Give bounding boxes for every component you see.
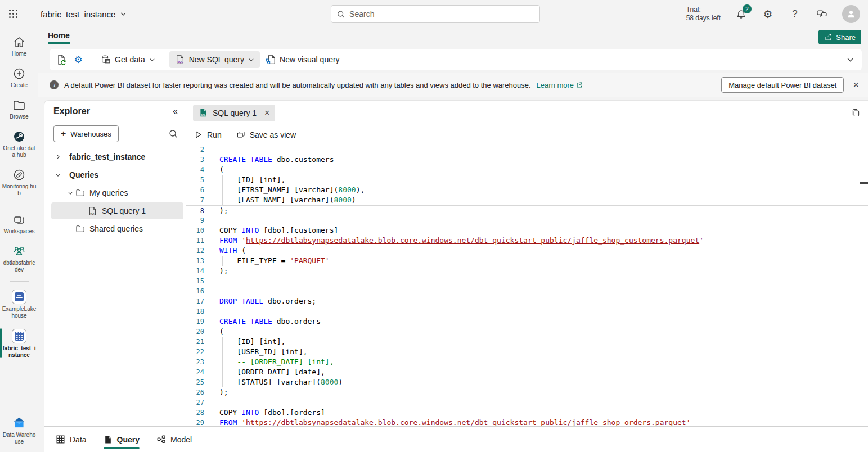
line-number[interactable]: 2 bbox=[186, 144, 211, 155]
code-line-6[interactable]: 6 [FIRST_NAME] [varchar](8000), bbox=[186, 185, 868, 195]
code-line-17[interactable]: 17DROP TABLE dbo.orders; bbox=[186, 296, 868, 306]
tab-model[interactable]: Model bbox=[156, 427, 192, 452]
close-banner-icon[interactable]: × bbox=[853, 80, 859, 90]
tree-item-shared-queries[interactable]: Shared queries bbox=[44, 220, 186, 238]
line-number[interactable]: 15 bbox=[186, 276, 211, 286]
search-input[interactable] bbox=[349, 10, 534, 19]
nav-item-examplelakehouse[interactable]: ExampleLakehouse bbox=[0, 287, 38, 322]
explorer-search-icon[interactable] bbox=[169, 129, 178, 138]
nav-item-browse[interactable]: Browse bbox=[0, 96, 38, 123]
line-number[interactable]: 3 bbox=[186, 155, 211, 165]
code-line-4[interactable]: 4( bbox=[186, 165, 868, 175]
nav-item-dbtlabsfabricdev[interactable]: dbtlabsfabricdev bbox=[0, 242, 38, 276]
tab-home[interactable]: Home bbox=[48, 31, 70, 44]
line-number[interactable]: 14 bbox=[186, 266, 211, 276]
line-number[interactable]: 25 bbox=[186, 377, 211, 387]
account-avatar[interactable] bbox=[842, 5, 860, 23]
nav-item-monitoring-hub[interactable]: Monitoring hub bbox=[0, 165, 38, 200]
new-visual-query-button[interactable]: New visual query bbox=[260, 51, 345, 68]
get-data-button[interactable]: Get data bbox=[95, 51, 161, 68]
line-number[interactable]: 20 bbox=[186, 327, 211, 337]
line-number[interactable]: 13 bbox=[186, 256, 211, 266]
code-line-9[interactable]: 9 bbox=[186, 215, 868, 225]
line-number[interactable]: 16 bbox=[186, 286, 211, 296]
close-tab-icon[interactable]: × bbox=[264, 109, 269, 117]
add-warehouses-button[interactable]: + Warehouses bbox=[53, 125, 119, 142]
code-line-7[interactable]: 7 [LAST_NAME] [varchar](8000) bbox=[186, 195, 868, 205]
query-tab[interactable]: SQL SQL query 1 × bbox=[193, 105, 275, 121]
line-number[interactable]: 24 bbox=[186, 367, 211, 377]
line-number[interactable]: 27 bbox=[186, 397, 211, 408]
code-line-14[interactable]: 14); bbox=[186, 266, 868, 276]
line-number[interactable]: 29 bbox=[186, 418, 211, 426]
feedback-button[interactable] bbox=[815, 7, 829, 21]
code-line-26[interactable]: 26); bbox=[186, 387, 868, 397]
code-line-19[interactable]: 19CREATE TABLE dbo.orders bbox=[186, 317, 868, 327]
save-as-view-button[interactable]: Save as view bbox=[236, 130, 296, 139]
code-line-20[interactable]: 20( bbox=[186, 327, 868, 337]
tab-query[interactable]: Query bbox=[104, 427, 140, 452]
nav-item-home[interactable]: Home bbox=[0, 33, 38, 60]
code-line-13[interactable]: 13 FILE_TYPE = 'PARQUET' bbox=[186, 256, 868, 266]
code-line-16[interactable]: 16 bbox=[186, 286, 868, 296]
line-number[interactable]: 11 bbox=[186, 236, 211, 246]
chevron-right-icon[interactable] bbox=[53, 152, 62, 161]
line-number[interactable]: 17 bbox=[186, 296, 211, 306]
nav-item-create[interactable]: Create bbox=[0, 64, 38, 92]
nav-item-workspaces[interactable]: Workspaces bbox=[0, 210, 38, 238]
line-number[interactable]: 4 bbox=[186, 165, 211, 175]
code-line-8[interactable]: 8); bbox=[186, 205, 868, 215]
line-number[interactable]: 10 bbox=[186, 225, 211, 236]
run-button[interactable]: Run bbox=[194, 130, 222, 139]
manage-dataset-button[interactable]: Manage default Power BI dataset bbox=[721, 77, 844, 93]
line-number[interactable]: 12 bbox=[186, 246, 211, 256]
tree-item-queries[interactable]: Queries bbox=[44, 166, 186, 184]
nav-item-fabric-test-instance[interactable]: fabric_test_instance bbox=[0, 326, 38, 361]
collapse-toolbar-button[interactable] bbox=[842, 51, 858, 68]
code-line-15[interactable]: 15 bbox=[186, 276, 868, 286]
collapse-explorer-icon[interactable]: « bbox=[173, 106, 178, 116]
code-line-21[interactable]: 21 [ID] [int], bbox=[186, 337, 868, 347]
line-number[interactable]: 18 bbox=[186, 306, 211, 317]
line-number[interactable]: 5 bbox=[186, 175, 211, 185]
line-number[interactable]: 7 bbox=[186, 195, 211, 205]
code-line-27[interactable]: 27 bbox=[186, 397, 868, 408]
settings-toolbar-button[interactable]: ⚙ bbox=[70, 51, 87, 68]
nav-item-data-warehouse[interactable]: Data Warehouse bbox=[0, 413, 38, 448]
code-line-2[interactable]: 2 bbox=[186, 144, 868, 155]
line-number[interactable]: 21 bbox=[186, 337, 211, 347]
line-number[interactable]: 9 bbox=[186, 215, 211, 225]
code-line-11[interactable]: 11FROM 'https://dbtlabsynapsedatalake.bl… bbox=[186, 236, 868, 246]
notifications-button[interactable]: 2 bbox=[734, 7, 748, 21]
code-line-28[interactable]: 28COPY INTO [dbo].[orders] bbox=[186, 408, 868, 418]
refresh-dataset-button[interactable] bbox=[53, 51, 70, 68]
chevron-down-icon[interactable] bbox=[66, 188, 75, 197]
search-box[interactable] bbox=[331, 5, 540, 23]
code-line-12[interactable]: 12WITH ( bbox=[186, 246, 868, 256]
workspace-switcher[interactable]: fabric_test_instance bbox=[41, 10, 127, 19]
tree-item-fabric-test-instance[interactable]: fabric_test_instance bbox=[44, 148, 186, 166]
code-line-3[interactable]: 3CREATE TABLE dbo.customers bbox=[186, 155, 868, 165]
chevron-down-icon[interactable] bbox=[53, 170, 62, 179]
tab-data[interactable]: Data bbox=[56, 427, 87, 452]
new-sql-query-button[interactable]: SQL New SQL query bbox=[169, 51, 260, 68]
sql-editor[interactable]: 23CREATE TABLE dbo.customers4(5 [ID] [in… bbox=[186, 144, 868, 426]
line-number[interactable]: 19 bbox=[186, 317, 211, 327]
code-line-23[interactable]: 23 -- [ORDER_DATE] [int], bbox=[186, 357, 868, 367]
learn-more-link[interactable]: Learn more bbox=[537, 81, 583, 89]
nav-item-onelake-data-hub[interactable]: OneLake data hub bbox=[0, 127, 38, 161]
app-launcher-icon[interactable] bbox=[0, 0, 27, 28]
share-button[interactable]: Share bbox=[818, 30, 861, 44]
code-line-10[interactable]: 10COPY INTO [dbo].[customers] bbox=[186, 225, 868, 236]
line-number[interactable]: 28 bbox=[186, 408, 211, 418]
code-line-5[interactable]: 5 [ID] [int], bbox=[186, 175, 868, 185]
code-line-22[interactable]: 22 [USER_ID] [int], bbox=[186, 347, 868, 357]
code-line-25[interactable]: 25 [STATUS] [varchar](8000) bbox=[186, 377, 868, 387]
code-line-18[interactable]: 18 bbox=[186, 306, 868, 317]
copy-button[interactable] bbox=[849, 106, 862, 120]
line-number[interactable]: 6 bbox=[186, 185, 211, 195]
line-number[interactable]: 22 bbox=[186, 347, 211, 357]
code-line-29[interactable]: 29FROM 'https://dbtlabsynapsedatalake.bl… bbox=[186, 418, 868, 426]
line-number[interactable]: 8 bbox=[186, 206, 211, 215]
settings-button[interactable]: ⚙ bbox=[761, 7, 775, 21]
